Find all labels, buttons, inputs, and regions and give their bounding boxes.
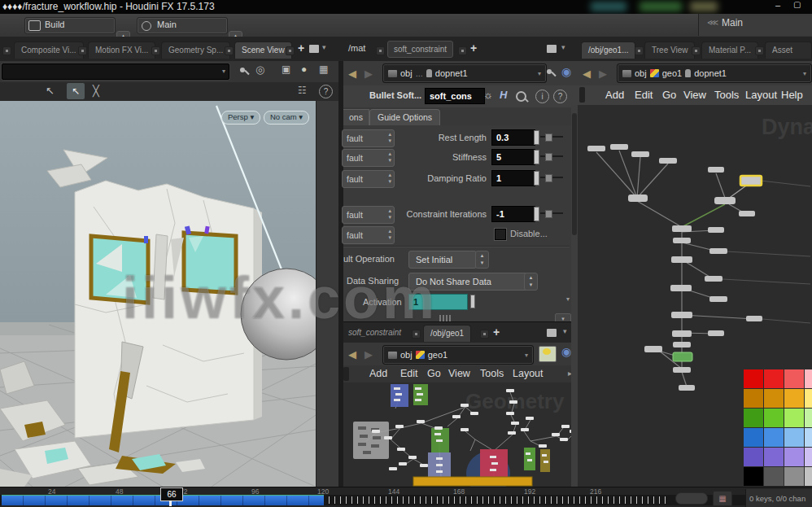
tab-asset-browser[interactable]: Asset Bro [765, 42, 812, 59]
pane-options-caret-icon[interactable]: ▾ [322, 43, 326, 51]
viewport[interactable]: Persp ▾ No cam ▾ [0, 101, 316, 487]
stiffness-field[interactable]: 5 [491, 149, 535, 165]
geo-menu-view[interactable]: View [448, 368, 470, 379]
dop-menu-layout[interactable]: Layout [745, 89, 777, 101]
dop-menu-help[interactable]: Help [781, 89, 803, 101]
geo-back-icon[interactable]: ◀ [348, 348, 356, 361]
activation-field[interactable]: 1 [408, 294, 468, 310]
palette-swatch[interactable] [764, 467, 784, 486]
add-network-tab-button[interactable]: + [493, 326, 500, 339]
dop-back-icon[interactable]: ◀ [583, 68, 591, 80]
grid-snap-icon[interactable]: ▦ [319, 63, 328, 75]
geometry-network[interactable]: Geometry [343, 382, 578, 487]
disable-checkbox[interactable] [495, 229, 506, 240]
geo-forward-icon[interactable]: ▶ [365, 348, 373, 361]
crumb-dopnet1[interactable]: dopnet1 [435, 68, 468, 78]
geo-link-icon[interactable]: ◉ [561, 345, 571, 358]
tab-dot-soft[interactable] [458, 46, 467, 55]
display-options-list-icon[interactable]: ☷ [298, 85, 307, 96]
tab-constraint-options[interactable]: ons [343, 109, 369, 125]
pane-menu-dot[interactable] [2, 46, 11, 55]
tab-geometry-spreadsheet[interactable]: Geometry Sp... [161, 42, 230, 59]
palette-swatch[interactable] [764, 428, 784, 447]
geo-bar-yellow[interactable] [413, 477, 532, 486]
camera-pill[interactable]: No cam ▾ [264, 111, 309, 125]
info-icon[interactable]: i [535, 90, 549, 103]
box-select-icon[interactable]: ↖ [67, 83, 85, 99]
mid-pane-caret-icon[interactable]: ▾ [561, 43, 565, 51]
pane-split-icon[interactable] [309, 45, 319, 53]
gear-icon[interactable]: ☼ [483, 89, 493, 101]
pin-icon[interactable] [238, 66, 250, 77]
take-selector[interactable]: Main [137, 17, 228, 34]
playhead[interactable] [169, 500, 172, 506]
palette-swatch[interactable] [784, 389, 804, 408]
orbit-camera-icon[interactable]: ◎ [255, 63, 264, 76]
palette-swatch[interactable] [784, 428, 804, 447]
dop-menu-edit[interactable]: Edit [635, 89, 653, 101]
geo-menu-handle[interactable] [343, 367, 349, 381]
crumb-obj2[interactable]: obj [400, 350, 413, 360]
geo-breadcrumb[interactable]: obj geo1 ▾ [382, 345, 534, 365]
dop-crumb-caret-icon[interactable]: ▾ [803, 70, 806, 77]
net-tab-dot-2[interactable] [480, 330, 489, 339]
tab-tree-view[interactable]: Tree View [644, 42, 695, 59]
tab-motion-fx-view[interactable]: Motion FX Vi... [88, 42, 155, 59]
geo-menu-add[interactable]: Add [369, 368, 387, 379]
select-arrow-icon[interactable]: ↖ [46, 85, 55, 97]
palette-swatch[interactable] [805, 369, 812, 388]
add-pane-tab-button[interactable]: + [298, 42, 304, 55]
playback-range-button[interactable] [675, 492, 708, 505]
tab-material-palette[interactable]: Material P... [701, 42, 758, 59]
geo-menu-edit[interactable]: Edit [400, 368, 418, 379]
palette-swatch[interactable] [764, 389, 784, 408]
persp-view-pill[interactable]: Persp ▾ [221, 111, 260, 125]
palette-swatch[interactable] [805, 448, 812, 466]
snapshot-icon[interactable] [539, 346, 557, 362]
default-chip-5[interactable]: fault▴▾ [342, 226, 395, 244]
dop-network[interactable]: Dyna [578, 105, 812, 487]
crumb-geo1-r[interactable]: geo1 [662, 68, 682, 78]
dop-menu-view[interactable]: View [683, 89, 706, 101]
dop-scrollbar[interactable] [571, 105, 578, 487]
stiffness-slider[interactable] [534, 150, 565, 163]
title-bar[interactable]: ♦♦♦♦/fracture_workflow.hip - Houdini FX … [0, 0, 812, 14]
dop-breadcrumb[interactable]: obj geo1 dopnet1 ▾ [617, 63, 812, 83]
tab-dot-r2[interactable] [692, 46, 701, 55]
palette-swatch[interactable] [784, 369, 804, 388]
palette-swatch[interactable] [784, 409, 804, 427]
palette-swatch[interactable] [744, 369, 763, 388]
palette-swatch[interactable] [744, 448, 763, 466]
default-chip-3[interactable]: fault▴▾ [342, 170, 395, 188]
default-chip-1[interactable]: fault▴▾ [342, 129, 395, 147]
dop-node-green[interactable] [673, 352, 692, 361]
palette-swatch[interactable] [805, 389, 812, 408]
tab-scene-view[interactable]: Scene View [234, 42, 292, 59]
rest-length-field[interactable]: 0.3 [491, 129, 535, 146]
net-caret-icon[interactable]: ▾ [563, 327, 567, 335]
operation-dropdown[interactable]: Set Initial [408, 251, 477, 269]
tab-dot-2[interactable] [151, 46, 160, 55]
param-link-icon[interactable]: ◉ [561, 65, 571, 78]
lasso-select-icon[interactable]: ╳ [93, 85, 99, 97]
geo-menu-go[interactable]: Go [427, 368, 441, 379]
constraint-iterations-field[interactable]: -1 [491, 206, 535, 222]
palette-swatch[interactable] [784, 448, 804, 466]
operation-spinner[interactable]: ▴▾ [475, 251, 489, 269]
net-tab-dot-1[interactable] [412, 330, 421, 339]
data-sharing-spinner[interactable]: ▴▾ [524, 273, 538, 291]
tab-soft-constraint[interactable]: soft_constraint [387, 41, 453, 58]
dop-scroll-thumb[interactable] [572, 113, 577, 235]
palette-swatch[interactable] [764, 369, 784, 388]
dop-menu-tools[interactable]: Tools [714, 89, 739, 101]
houdini-badge-icon[interactable]: H [500, 89, 507, 101]
help-icon[interactable]: ? [553, 90, 567, 103]
palette-swatch[interactable] [764, 409, 784, 427]
desktop-selector[interactable]: Build [24, 17, 116, 34]
panel-gripper[interactable] [439, 315, 451, 321]
crumb-obj3[interactable]: obj [635, 68, 647, 78]
tab-soft-constraint-net[interactable]: soft_constraint [348, 328, 401, 337]
palette-swatch[interactable] [805, 428, 812, 447]
tab-obj-geo1-net[interactable]: /obj/geo1 [423, 325, 471, 342]
param-pin-icon[interactable] [545, 68, 557, 79]
